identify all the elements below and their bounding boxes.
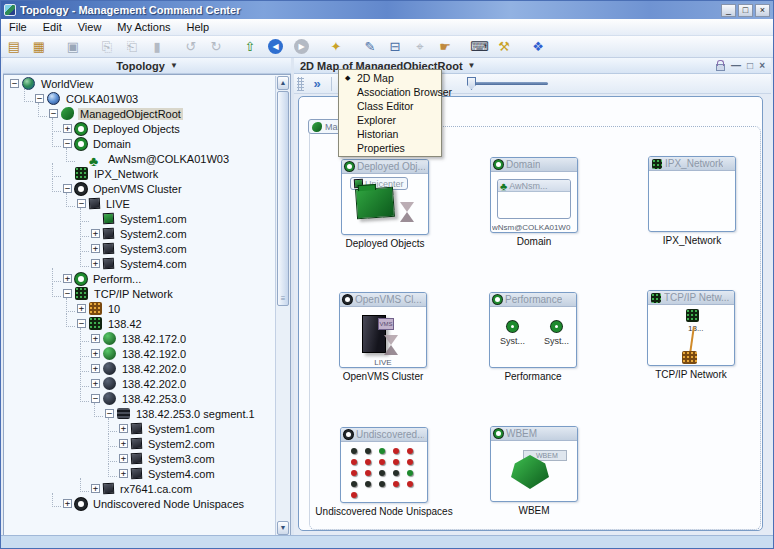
view-menu-item-properties[interactable]: Properties (339, 141, 441, 155)
tree-item-label[interactable]: LIVE (104, 198, 132, 210)
expand-icon[interactable]: + (119, 439, 128, 448)
tree-scrollbar[interactable]: ▲ ▼ (275, 76, 290, 535)
paste-icon[interactable]: ⎗ (123, 38, 141, 56)
tree-item[interactable]: +138.42.172.0 (4, 331, 274, 346)
zoom-slider[interactable] (467, 77, 548, 90)
tree-item[interactable]: +System3.com (4, 451, 274, 466)
tree-item-label[interactable]: System3.com (146, 453, 217, 465)
collapse-icon[interactable]: − (91, 394, 100, 403)
node-title-bar[interactable]: OpenVMS Cl... (340, 293, 426, 307)
tree-item[interactable]: +Deployed Objects (4, 121, 274, 136)
node-title-bar[interactable]: Deployed Obj... (342, 160, 428, 174)
tree-item[interactable]: AwNsm@COLKA01W03 (4, 151, 274, 166)
expand-icon[interactable]: + (91, 259, 100, 268)
tree-item-label[interactable]: System2.com (118, 228, 189, 240)
tree-item[interactable]: +System2.com (4, 226, 274, 241)
tree-item[interactable]: System1.com (4, 211, 274, 226)
bookmark-icon[interactable]: ❖ (529, 38, 547, 56)
awnsm-chip[interactable]: ♣AwNsm... (497, 179, 571, 219)
gesture-icon[interactable]: ☛ (436, 38, 454, 56)
tree-item-label[interactable]: Domain (91, 138, 133, 150)
view-menu-item-explorer[interactable]: Explorer (339, 113, 441, 127)
map-canvas[interactable]: ManagedObjectRoot Deployed Obj...Unicent… (298, 96, 763, 531)
node-frame[interactable]: TCP/IP Netw...13... (647, 290, 735, 366)
tree-item[interactable]: IPX_Network (4, 166, 274, 181)
tree-item-label[interactable]: 138.42 (106, 318, 144, 330)
view-menu-caret-icon[interactable]: ▼ (468, 61, 476, 70)
view-menu-item-historian[interactable]: Historian (339, 127, 441, 141)
node-title-bar[interactable]: Performance (490, 293, 576, 307)
tree-item[interactable]: +Perform... (4, 271, 274, 286)
close-button[interactable]: × (755, 4, 770, 17)
collapse-icon[interactable]: − (63, 139, 72, 148)
node-frame[interactable]: Undiscovered... (340, 427, 428, 503)
collapse-icon[interactable]: − (35, 94, 44, 103)
tree-item[interactable]: +rx7641.ca.com (4, 481, 274, 496)
tree-item[interactable]: −138.42.253.0 segment.1 (4, 406, 274, 421)
collapse-icon[interactable]: − (10, 79, 19, 88)
tree-item[interactable]: +138.42.192.0 (4, 346, 274, 361)
tree-item-label[interactable]: 138.42.253.0 (120, 393, 188, 405)
undo-icon[interactable]: ↺ (182, 38, 200, 56)
expand-icon[interactable]: + (119, 424, 128, 433)
minimize-button[interactable]: _ (721, 4, 736, 17)
node-title-bar[interactable]: WBEM (491, 427, 577, 441)
tree-item[interactable]: +138.42.202.0 (4, 376, 274, 391)
collapse-icon[interactable]: − (63, 289, 72, 298)
console-icon[interactable]: ⊟ (386, 38, 404, 56)
tree-item[interactable]: +System3.com (4, 241, 274, 256)
tree-item-label[interactable]: TCP/IP Network (92, 288, 175, 300)
redo-icon[interactable]: ↻ (207, 38, 225, 56)
map-node-deployed-objects[interactable]: Deployed Obj...UnicenterDeployed Objects (341, 159, 429, 235)
expand-icon[interactable]: + (91, 334, 100, 343)
tree-item-label[interactable]: System2.com (146, 438, 217, 450)
pan-icon[interactable]: » (308, 76, 326, 91)
map-node-undiscovered-node-unispaces[interactable]: Undiscovered...Undiscovered Node Unispac… (340, 427, 428, 503)
tree-item-label[interactable]: System3.com (118, 243, 189, 255)
node-frame[interactable]: OpenVMS Cl...VMSLIVE (339, 292, 427, 368)
back-icon[interactable]: ◀ (268, 39, 283, 54)
view-menu-item-association-browser[interactable]: Association Browser (339, 85, 441, 99)
print-icon[interactable]: ▣ (64, 38, 82, 56)
tree-item-label[interactable]: IPX_Network (92, 168, 160, 180)
menu-my-actions[interactable]: My Actions (109, 20, 178, 34)
expand-icon[interactable]: + (91, 379, 100, 388)
wrench-icon[interactable]: ⚒ (495, 38, 513, 56)
tree-item-label[interactable]: 138.42.202.0 (120, 378, 188, 390)
node-title-bar[interactable]: Undiscovered... (341, 428, 427, 442)
node-title-bar[interactable]: TCP/IP Netw... (648, 291, 734, 305)
view-menu-item-class-editor[interactable]: Class Editor (339, 99, 441, 113)
tree-item-label[interactable]: System1.com (146, 423, 217, 435)
tree-item-label[interactable]: Perform... (91, 273, 143, 285)
expand-icon[interactable]: + (77, 304, 86, 313)
tree-item[interactable]: −ManagedObjectRoot (4, 106, 274, 121)
map-node-wbem[interactable]: WBEMWBEMWBEM (490, 426, 578, 502)
delete-icon[interactable]: ▮ (148, 38, 166, 56)
title-bar[interactable]: Topology - Management Command Center _ □… (1, 1, 773, 19)
tree-item-label[interactable]: System4.com (146, 468, 217, 480)
tree-item-label[interactable]: System4.com (118, 258, 189, 270)
expand-icon[interactable]: + (63, 124, 72, 133)
tree-item-label[interactable]: 138.42.202.0 (120, 363, 188, 375)
expand-icon[interactable]: + (91, 364, 100, 373)
expand-icon[interactable]: + (119, 454, 128, 463)
zoom-slider-handle[interactable] (467, 77, 476, 90)
tree-item[interactable]: −138.42.253.0 (4, 391, 274, 406)
tree-item[interactable]: +10 (4, 301, 274, 316)
tree-item[interactable]: −WorldView (4, 76, 274, 91)
node-frame[interactable]: WBEMWBEM (490, 426, 578, 502)
unlock-icon[interactable] (716, 64, 725, 71)
keyboard-icon[interactable]: ⌨ (470, 38, 488, 56)
open-folder-icon[interactable]: ▦ (30, 38, 48, 56)
node-frame[interactable]: Deployed Obj...Unicenter (341, 159, 429, 235)
tree-item-label[interactable]: System1.com (118, 213, 189, 225)
topology-panel-header[interactable]: Topology ▼ (3, 58, 291, 74)
tree-item-label[interactable]: 138.42.172.0 (120, 333, 188, 345)
tree-item-label[interactable]: AwNsm@COLKA01W03 (106, 153, 231, 165)
node-frame[interactable]: PerformanceSyst...Syst... (489, 292, 577, 368)
menu-help[interactable]: Help (179, 20, 218, 34)
map-node-openvms-cluster[interactable]: OpenVMS Cl...VMSLIVEOpenVMS Cluster (339, 292, 427, 368)
expand-icon[interactable]: + (91, 484, 100, 493)
collapse-icon[interactable]: − (49, 109, 58, 118)
tree-item[interactable]: +System2.com (4, 436, 274, 451)
